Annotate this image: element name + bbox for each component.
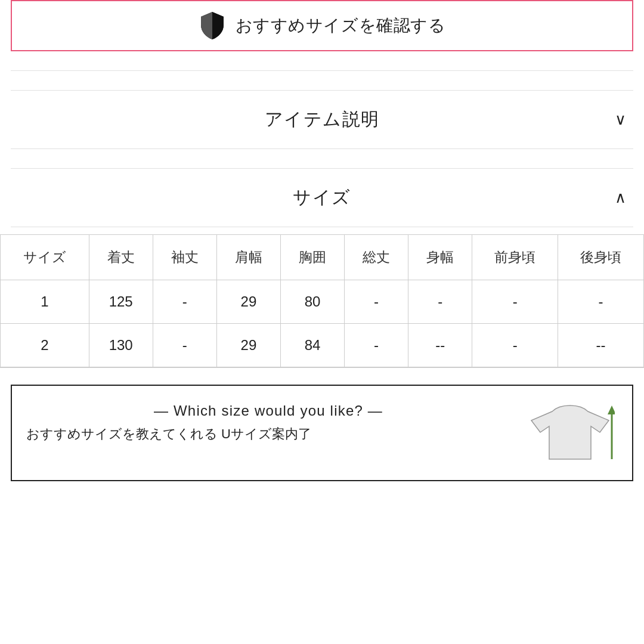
size-table-header-cell: 着丈 xyxy=(89,235,153,280)
table-cell: - xyxy=(558,280,644,324)
table-cell: - xyxy=(153,324,216,367)
divider-bottom-size xyxy=(11,227,633,227)
size-recommendation-banner[interactable]: — Which size would you like? — おすすめサイズを教… xyxy=(11,385,633,481)
table-cell: 29 xyxy=(216,324,280,367)
table-cell: 80 xyxy=(280,280,344,324)
table-cell: 130 xyxy=(89,324,153,367)
table-cell: 84 xyxy=(280,324,344,367)
svg-marker-1 xyxy=(608,405,615,414)
size-table-header-cell: 肩幅 xyxy=(216,235,280,280)
size-table-header-cell: 胸囲 xyxy=(280,235,344,280)
table-cell: - xyxy=(408,280,472,324)
table-cell: - xyxy=(472,280,558,324)
table-cell: - xyxy=(345,280,408,324)
table-cell: -- xyxy=(408,324,472,367)
banner-subtitle: おすすめサイズを教えてくれる Uサイズ案内了 xyxy=(26,425,510,443)
table-cell: 2 xyxy=(1,324,89,367)
size-table: サイズ着丈袖丈肩幅胸囲総丈身幅前身頃後身頃 1125-2980----2130-… xyxy=(0,235,644,367)
size-table-header-cell: 後身頃 xyxy=(558,235,644,280)
table-row: 1125-2980---- xyxy=(1,280,644,324)
table-cell: 125 xyxy=(89,280,153,324)
table-cell: - xyxy=(153,280,216,324)
divider-1 xyxy=(11,70,633,71)
chevron-down-icon: ∨ xyxy=(615,110,626,129)
size-table-header-cell: サイズ xyxy=(1,235,89,280)
size-table-body: 1125-2980----2130-2984------ xyxy=(1,280,644,367)
chevron-up-icon: ∧ xyxy=(615,188,626,207)
size-table-header-cell: 総丈 xyxy=(345,235,408,280)
item-description-title: アイテム説明 xyxy=(265,107,380,132)
item-description-section-header[interactable]: アイテム説明 ∨ xyxy=(0,91,644,148)
table-cell: - xyxy=(472,324,558,367)
banner-text-area: — Which size would you like? — おすすめサイズを教… xyxy=(26,402,510,443)
size-table-wrapper: サイズ着丈袖丈肩幅胸囲総丈身幅前身頃後身頃 1125-2980----2130-… xyxy=(0,234,644,368)
table-cell: -- xyxy=(558,324,644,367)
size-table-header-row: サイズ着丈袖丈肩幅胸囲総丈身幅前身頃後身頃 xyxy=(1,235,644,280)
table-cell: 29 xyxy=(216,280,280,324)
size-table-header-cell: 袖丈 xyxy=(153,235,216,280)
shield-icon xyxy=(199,12,226,39)
recommend-size-button[interactable]: おすすめサイズを確認する xyxy=(11,0,633,51)
table-cell: - xyxy=(345,324,408,367)
size-table-header-cell: 身幅 xyxy=(408,235,472,280)
table-row: 2130-2984------ xyxy=(1,324,644,367)
recommend-button-text: おすすめサイズを確認する xyxy=(236,14,446,37)
tshirt-illustration xyxy=(522,402,618,468)
size-section-header[interactable]: サイズ ∧ xyxy=(0,169,644,227)
size-table-header-cell: 前身頃 xyxy=(472,235,558,280)
table-cell: 1 xyxy=(1,280,89,324)
size-title: サイズ xyxy=(293,185,351,210)
banner-title: — Which size would you like? — xyxy=(26,402,510,419)
